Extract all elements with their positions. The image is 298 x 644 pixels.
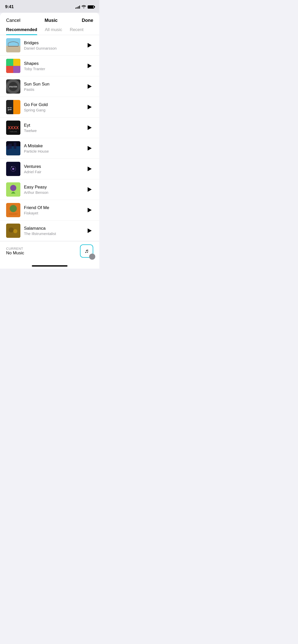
play-icon	[88, 125, 92, 130]
bottom-bar: CURRENT No Music ♬	[0, 241, 99, 263]
song-info: A Mistake Particle House	[24, 143, 83, 153]
music-note-icon: ♬	[85, 248, 89, 254]
nav-header: Cancel Music Done	[0, 13, 99, 27]
svg-rect-21	[14, 142, 16, 149]
song-artist: Daniel Gunnarsson	[24, 46, 83, 50]
song-title: Salamanca	[24, 226, 83, 231]
song-info: Easy Peasy Arthur Benson	[24, 185, 83, 195]
page-title: Music	[45, 18, 58, 23]
play-button[interactable]	[86, 124, 93, 131]
play-icon	[88, 187, 92, 192]
svg-rect-22	[7, 145, 9, 150]
tab-recent[interactable]: Recent	[70, 27, 84, 35]
play-button[interactable]	[86, 145, 93, 152]
list-item[interactable]: XXXXTWELWE Eyt Twelwe	[0, 118, 99, 138]
music-library-button[interactable]: ♬	[80, 244, 93, 258]
svg-text:PASTIS: PASTIS	[9, 85, 17, 88]
svg-point-30	[10, 205, 17, 212]
song-info: Go For Gold Spring Gang	[24, 102, 83, 112]
play-icon	[88, 208, 92, 212]
song-artist: Arthur Benson	[24, 190, 83, 195]
song-title: Go For Gold	[24, 102, 83, 107]
song-title: Bridges	[24, 40, 83, 46]
svg-point-26	[11, 166, 12, 167]
play-button[interactable]	[86, 165, 93, 172]
song-artist: Spring Gang	[24, 108, 83, 112]
current-label: CURRENT	[6, 247, 24, 251]
play-button[interactable]	[86, 104, 93, 111]
tab-allmusic[interactable]: All music	[45, 27, 62, 35]
svg-text:FISKAYET: FISKAYET	[9, 213, 18, 215]
svg-rect-4	[6, 59, 13, 66]
status-bar: 9:41	[0, 0, 99, 13]
main-card: Cancel Music Done Recommended All music …	[0, 13, 99, 263]
tab-recommended[interactable]: Recommended	[6, 27, 37, 35]
home-indicator	[0, 263, 99, 269]
song-info: Ventures Adriel Fair	[24, 164, 83, 174]
song-list: Bridges Daniel Gunnarsson Shapes Toby Tr…	[0, 35, 99, 241]
cancel-button[interactable]: Cancel	[6, 18, 20, 23]
signal-icon	[75, 5, 80, 9]
tab-bar: Recommended All music Recent	[0, 27, 99, 35]
song-title: Easy Peasy	[24, 185, 83, 190]
svg-text:go for: go for	[8, 107, 12, 108]
svg-point-25	[12, 168, 14, 170]
play-button[interactable]	[86, 42, 93, 49]
song-info: Shapes Toby Tranter	[24, 61, 83, 71]
list-item[interactable]: A Mistake Particle House	[0, 138, 99, 159]
song-artist: Fiskayet	[24, 211, 83, 215]
svg-text:TWELWE: TWELWE	[9, 131, 17, 133]
song-artwork	[6, 141, 20, 155]
current-section: CURRENT No Music	[6, 247, 24, 256]
indicator-dot	[89, 254, 95, 260]
song-artwork	[6, 38, 20, 52]
list-item[interactable]: Bridges Daniel Gunnarsson	[0, 35, 99, 56]
svg-point-34	[13, 229, 17, 233]
list-item[interactable]: Salamanca The Illstrumentalist	[0, 221, 99, 241]
list-item[interactable]: Easy Peasy Arthur Benson	[0, 179, 99, 200]
song-artwork	[6, 59, 20, 73]
list-item[interactable]: PASTIS Sun Sun Sun Pastis	[0, 76, 99, 97]
status-time: 9:41	[5, 4, 14, 9]
song-artist: Toby Tranter	[24, 67, 83, 71]
list-item[interactable]: FISKAYET Friend Of Me Fiskayet	[0, 200, 99, 221]
song-artwork	[6, 224, 20, 238]
song-info: Eyt Twelwe	[24, 123, 83, 133]
list-item[interactable]: go forgold Go For Gold Spring Gang	[0, 97, 99, 118]
song-artist: Adriel Fair	[24, 170, 83, 174]
song-artwork: go forgold	[6, 100, 20, 114]
play-button[interactable]	[86, 83, 93, 90]
song-title: Friend Of Me	[24, 205, 83, 210]
song-info: Salamanca The Illstrumentalist	[24, 226, 83, 236]
song-title: Ventures	[24, 164, 83, 169]
svg-rect-12	[13, 100, 20, 114]
list-item[interactable]: Shapes Toby Tranter	[0, 56, 99, 76]
play-icon	[88, 146, 92, 151]
song-title: A Mistake	[24, 143, 83, 149]
song-title: Shapes	[24, 61, 83, 66]
list-item[interactable]: Ventures Adriel Fair	[0, 159, 99, 179]
svg-text:XXXX: XXXX	[8, 126, 19, 130]
play-button[interactable]	[86, 227, 93, 234]
song-artist: Twelwe	[24, 128, 83, 133]
status-icons	[75, 5, 94, 9]
play-button[interactable]	[86, 186, 93, 193]
play-button[interactable]	[86, 207, 93, 214]
done-button[interactable]: Done	[82, 18, 93, 23]
song-info: Sun Sun Sun Pastis	[24, 82, 83, 92]
current-value: No Music	[6, 251, 24, 256]
play-icon	[88, 105, 92, 109]
song-info: Friend Of Me Fiskayet	[24, 205, 83, 215]
svg-text:gold: gold	[8, 109, 12, 111]
play-icon	[88, 228, 92, 233]
play-icon	[88, 167, 92, 171]
play-icon	[88, 64, 92, 68]
song-artist: Particle House	[24, 149, 83, 153]
svg-rect-5	[13, 59, 20, 66]
svg-rect-6	[6, 66, 13, 73]
battery-icon	[88, 5, 94, 9]
play-icon	[88, 43, 92, 48]
song-title: Eyt	[24, 123, 83, 128]
song-artist: Pastis	[24, 87, 83, 92]
play-button[interactable]	[86, 62, 93, 69]
